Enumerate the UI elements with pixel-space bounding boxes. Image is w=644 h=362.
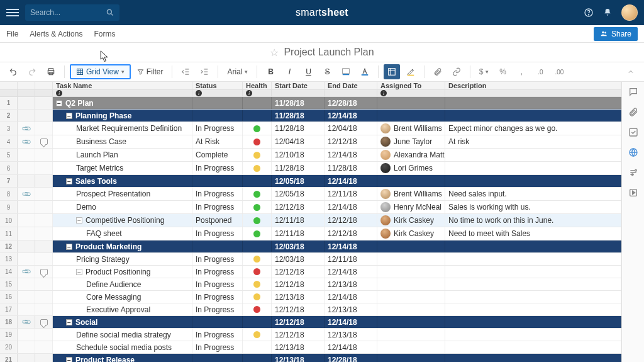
status-cell[interactable] <box>192 354 243 362</box>
status-cell[interactable] <box>192 316 243 328</box>
currency-button[interactable]: $▾ <box>475 64 492 79</box>
table-row[interactable]: 5Launch PlanComplete12/10/1812/14/18Alex… <box>0 149 621 162</box>
collapse-toggle[interactable]: − <box>66 357 72 363</box>
status-cell[interactable] <box>192 110 243 122</box>
filter-button[interactable]: Filter <box>133 64 167 79</box>
data-grid[interactable]: Task Name Status Health Start Date End D… <box>0 82 621 362</box>
share-button[interactable]: Share <box>594 27 638 41</box>
collapse-toggle[interactable]: − <box>56 100 62 106</box>
attachment-icon[interactable]: 📎 <box>21 317 31 327</box>
table-row[interactable]: 6Target MetricsIn Progress11/28/1811/28/… <box>0 162 621 175</box>
collapse-toggle[interactable]: − <box>66 113 72 119</box>
undo-button[interactable] <box>5 64 21 79</box>
attachments-panel-icon[interactable] <box>628 107 638 117</box>
indent-button[interactable] <box>196 64 213 79</box>
col-desc[interactable]: Description <box>445 82 621 89</box>
table-row[interactable]: 10−Competitive PositioningPostponed12/11… <box>0 214 621 227</box>
status-cell[interactable]: In Progress <box>192 278 243 290</box>
view-switcher[interactable]: Grid View▾ <box>70 64 131 79</box>
italic-button[interactable]: I <box>281 64 297 79</box>
table-row[interactable]: 9DemoIn Progress12/12/1812/14/18Henry Mc… <box>0 201 621 214</box>
table-row[interactable]: 20Schedule social media postsIn Progress… <box>0 341 621 354</box>
col-status[interactable]: Status <box>192 82 243 89</box>
comment-icon[interactable] <box>40 139 48 145</box>
status-cell[interactable]: At Risk <box>192 135 243 148</box>
settings-panel-icon[interactable] <box>628 167 638 178</box>
status-cell[interactable]: In Progress <box>192 201 243 213</box>
comment-icon[interactable] <box>40 319 48 325</box>
status-cell[interactable] <box>192 175 243 187</box>
percent-button[interactable]: % <box>494 64 511 79</box>
activity-panel-icon[interactable] <box>628 127 638 137</box>
collapse-toggle[interactable]: − <box>66 178 72 184</box>
status-cell[interactable] <box>192 97 243 109</box>
collapse-toggle[interactable]: − <box>76 269 82 275</box>
text-color-button[interactable] <box>357 64 373 79</box>
status-cell[interactable]: In Progress <box>192 122 243 135</box>
status-cell[interactable]: In Progress <box>192 329 243 341</box>
table-row[interactable]: 11FAQ sheetIn Progress12/11/1812/12/18Ki… <box>0 227 621 240</box>
table-row[interactable]: 19Define social media strategyIn Progres… <box>0 329 621 341</box>
table-row[interactable]: 8📎Prospect PresentationIn Progress12/05/… <box>0 188 621 201</box>
table-row[interactable]: 3📎Market Requirements DefinitionIn Progr… <box>0 122 621 135</box>
fill-color-button[interactable] <box>338 64 354 79</box>
collapse-toggle[interactable]: − <box>66 319 72 325</box>
status-cell[interactable]: In Progress <box>192 266 243 278</box>
print-button[interactable] <box>43 64 59 79</box>
bold-button[interactable]: B <box>262 64 279 79</box>
table-row[interactable]: 21−Product Release12/13/1812/28/18 <box>0 354 621 362</box>
status-cell[interactable]: In Progress <box>192 162 243 174</box>
status-cell[interactable]: Postponed <box>192 214 243 227</box>
bell-icon[interactable] <box>602 8 613 18</box>
menu-file[interactable]: File <box>6 30 18 38</box>
link-button[interactable] <box>448 64 465 79</box>
attachment-icon[interactable]: 📎 <box>21 266 31 276</box>
table-row[interactable]: 17Executive ApprovalIn Progress12/12/181… <box>0 303 621 316</box>
status-cell[interactable]: In Progress <box>192 227 243 240</box>
star-icon[interactable]: ☆ <box>270 47 279 59</box>
table-row[interactable]: 16Core MessagingIn Progress12/13/1812/14… <box>0 291 621 303</box>
attachment-button[interactable] <box>430 64 446 79</box>
attachment-icon[interactable]: 📎 <box>21 123 31 133</box>
table-row[interactable]: 7−Sales Tools12/05/1812/14/18 <box>0 175 621 188</box>
font-select[interactable]: Arial ▾ <box>223 64 252 79</box>
search-input[interactable] <box>30 8 106 17</box>
table-row[interactable]: 4📎Business CaseAt Risk12/04/1812/12/18Ju… <box>0 135 621 149</box>
status-cell[interactable] <box>192 240 243 252</box>
help-panel-icon[interactable] <box>628 188 638 198</box>
col-health[interactable]: Health <box>243 82 272 89</box>
col-task[interactable]: Task Name <box>53 82 192 89</box>
comment-icon[interactable] <box>40 269 48 275</box>
underline-button[interactable]: U <box>300 64 316 79</box>
collapse-toggle[interactable]: − <box>76 217 82 223</box>
attachment-icon[interactable]: 📎 <box>21 137 31 147</box>
collapse-toolbar[interactable] <box>623 64 639 79</box>
search-box[interactable] <box>25 4 119 21</box>
menu-alerts[interactable]: Alerts & Actions <box>30 30 82 38</box>
increase-decimal[interactable]: .00 <box>551 64 567 79</box>
status-cell[interactable]: In Progress <box>192 188 243 200</box>
outdent-button[interactable] <box>177 64 194 79</box>
table-row[interactable]: 1−Q2 Plan11/28/1812/28/18 <box>0 97 621 110</box>
publish-panel-icon[interactable] <box>628 147 638 157</box>
hamburger-icon[interactable] <box>6 6 19 19</box>
col-assigned[interactable]: Assigned To <box>377 82 445 89</box>
strike-button[interactable]: S <box>319 64 335 79</box>
thousands-button[interactable]: , <box>513 64 530 79</box>
col-start[interactable]: Start Date <box>272 82 325 89</box>
status-cell[interactable]: Complete <box>192 149 243 161</box>
table-row[interactable]: 18📎−Social12/12/1812/14/18 <box>0 316 621 329</box>
help-icon[interactable] <box>584 8 594 18</box>
conditional-format-button[interactable] <box>384 64 400 79</box>
col-end[interactable]: End Date <box>325 82 377 89</box>
status-cell[interactable]: In Progress <box>192 253 243 265</box>
collapse-toggle[interactable]: − <box>66 244 72 250</box>
table-row[interactable]: 15Define AudienceIn Progress12/12/1812/1… <box>0 278 621 291</box>
user-avatar[interactable] <box>621 4 638 21</box>
redo-button[interactable] <box>24 64 40 79</box>
status-cell[interactable]: In Progress <box>192 341 243 353</box>
comments-panel-icon[interactable] <box>628 87 638 97</box>
status-cell[interactable]: In Progress <box>192 291 243 303</box>
table-row[interactable]: 14📎−Product PositioningIn Progress12/12/… <box>0 266 621 278</box>
table-row[interactable]: 2−Planning Phase11/28/1812/14/18 <box>0 110 621 122</box>
